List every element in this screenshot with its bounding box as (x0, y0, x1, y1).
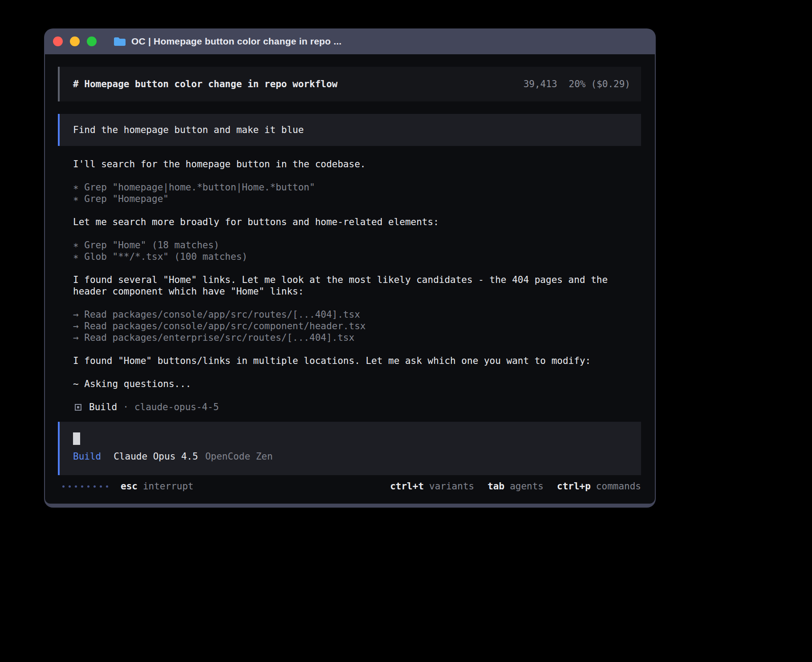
minimize-button[interactable] (70, 36, 80, 46)
session-cost: ($0.29) (591, 78, 630, 90)
commands-label: commands (596, 480, 641, 492)
hint-agents: tab agents (487, 480, 544, 492)
input-agent-label: Build (73, 451, 101, 462)
text-cursor (73, 432, 80, 445)
agents-key: tab (487, 480, 504, 492)
folder-icon (114, 36, 126, 46)
assistant-text: I found several "Home" links. Let me loo… (73, 274, 621, 297)
title-bar: OC | Homepage button color change in rep… (45, 28, 655, 54)
window-title: OC | Homepage button color change in rep… (131, 36, 341, 47)
tool-call-grep: ∗ Grep "homepage|home.*button|Home.*butt… (73, 182, 621, 193)
variants-key: ctrl+t (390, 480, 424, 492)
tool-call-read: → Read packages/console/app/src/routes/[… (73, 309, 621, 320)
input-model-label: Claude Opus 4.5 (114, 451, 198, 462)
checkbox-icon (75, 404, 81, 411)
terminal-content: # Homepage button color change in repo w… (45, 54, 655, 504)
context-percent: 20% (569, 78, 586, 90)
tool-call-grep: ∗ Grep "Homepage" (73, 193, 621, 205)
assistant-text: I'll search for the homepage button in t… (73, 158, 621, 170)
agent-name: Build (89, 401, 117, 413)
session-header: # Homepage button color change in repo w… (58, 67, 641, 101)
hotkey-hints: ctrl+t variants tab agents ctrl+p comman… (390, 480, 641, 492)
transcript: I'll search for the homepage button in t… (58, 158, 621, 413)
assistant-text: Let me search more broadly for buttons a… (73, 216, 621, 228)
session-title: # Homepage button color change in repo w… (73, 78, 337, 90)
session-stats: 39,413 20% ($0.29) (524, 78, 630, 90)
tool-call-read: → Read packages/enterprise/src/routes/[.… (73, 332, 621, 343)
spinner-dots-icon (62, 485, 108, 488)
token-count: 39,413 (524, 78, 557, 90)
agents-label: agents (510, 480, 544, 492)
prompt-input[interactable]: Build Claude Opus 4.5 OpenCode Zen (58, 422, 641, 475)
assistant-status-text: ~ Asking questions... (73, 378, 621, 390)
hint-commands: ctrl+p commands (557, 480, 641, 492)
close-button[interactable] (53, 36, 63, 46)
agent-separator: · (123, 401, 129, 413)
terminal-window: OC | Homepage button color change in rep… (44, 28, 656, 508)
esc-key: esc (121, 480, 138, 492)
commands-key: ctrl+p (557, 480, 591, 492)
tool-call-glob: ∗ Glob "**/*.tsx" (100 matches) (73, 251, 621, 262)
hint-interrupt: esc interrupt (121, 480, 194, 492)
model-row: Build Claude Opus 4.5 OpenCode Zen (73, 451, 641, 462)
agent-status-line: Build · claude-opus-4-5 (73, 401, 621, 413)
user-message: Find the homepage button and make it blu… (58, 114, 641, 146)
tool-call-read: → Read packages/console/app/src/componen… (73, 320, 621, 332)
agent-model: claude-opus-4-5 (134, 401, 219, 413)
input-provider-label: OpenCode Zen (205, 451, 273, 462)
assistant-text: I found "Home" buttons/links in multiple… (73, 355, 621, 367)
user-message-text: Find the homepage button and make it blu… (73, 124, 304, 136)
variants-label: variants (429, 480, 474, 492)
esc-label: interrupt (143, 480, 194, 492)
status-bar: esc interrupt ctrl+t variants tab agents… (58, 480, 641, 492)
hint-variants: ctrl+t variants (390, 480, 474, 492)
zoom-button[interactable] (87, 36, 97, 46)
tool-call-grep: ∗ Grep "Home" (18 matches) (73, 239, 621, 251)
